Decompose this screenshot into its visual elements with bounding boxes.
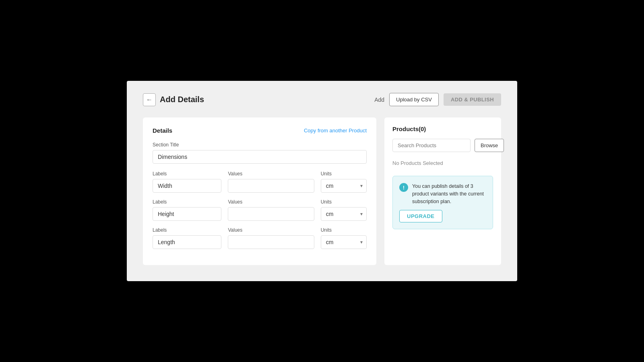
row-length: Labels Values Units cm mm in ft <box>153 227 367 249</box>
field-units-length: Units cm mm in ft ▾ <box>321 227 367 249</box>
units-header-1: Units <box>321 171 367 177</box>
products-title: Products(0) <box>392 125 493 132</box>
page-title: Add Details <box>160 95 204 104</box>
upload-csv-button[interactable]: Upload by CSV <box>389 93 439 106</box>
search-products-input[interactable] <box>392 139 471 152</box>
units-header-2: Units <box>321 199 367 205</box>
upgrade-button[interactable]: UPGRADE <box>399 210 442 222</box>
row-width: Labels Values Units cm mm in ft <box>153 171 367 193</box>
label-input-width[interactable] <box>153 179 221 193</box>
details-panel: Details Copy from another Product Sectio… <box>143 117 376 265</box>
app-container: ← Add Details Add Upload by CSV ADD & PU… <box>127 81 517 281</box>
label-input-height[interactable] <box>153 207 221 221</box>
back-arrow-icon: ← <box>146 96 153 103</box>
add-label: Add <box>374 97 384 103</box>
field-labels-height: Labels <box>153 199 221 221</box>
search-browse-row: Browse <box>392 139 493 152</box>
no-products-text: No Products Selected <box>392 158 493 169</box>
units-select-height[interactable]: cm mm in ft <box>321 207 367 221</box>
info-icon: ! <box>399 183 408 192</box>
value-input-length[interactable] <box>228 235 314 249</box>
units-select-wrap-width: cm mm in ft ▾ <box>321 179 367 193</box>
main-layout: Details Copy from another Product Sectio… <box>143 117 501 265</box>
field-units-width: Units cm mm in ft ▾ <box>321 171 367 193</box>
back-button[interactable]: ← <box>143 93 156 106</box>
section-title-group: Section Title <box>153 142 367 164</box>
field-labels-length: Labels <box>153 227 221 249</box>
page-header: ← Add Details Add Upload by CSV ADD & PU… <box>143 93 501 106</box>
field-values-width: Values <box>228 171 314 193</box>
units-select-length[interactable]: cm mm in ft <box>321 235 367 249</box>
units-select-wrap-length: cm mm in ft ▾ <box>321 235 367 249</box>
labels-header-1: Labels <box>153 171 221 177</box>
value-input-height[interactable] <box>228 207 314 221</box>
copy-from-product-link[interactable]: Copy from another Product <box>304 128 367 134</box>
header-right: Add Upload by CSV ADD & PUBLISH <box>374 93 501 106</box>
labels-header-2: Labels <box>153 199 221 205</box>
value-input-width[interactable] <box>228 179 314 193</box>
upgrade-banner: ! You can publish details of 3 product v… <box>392 176 493 229</box>
field-values-height: Values <box>228 199 314 221</box>
units-header-3: Units <box>321 227 367 233</box>
section-title-label: Section Title <box>153 142 367 148</box>
upgrade-content: ! You can publish details of 3 product v… <box>399 183 486 205</box>
field-units-height: Units cm mm in ft ▾ <box>321 199 367 221</box>
units-select-width[interactable]: cm mm in ft <box>321 179 367 193</box>
values-header-3: Values <box>228 227 314 233</box>
values-header-2: Values <box>228 199 314 205</box>
products-panel: Products(0) Browse No Products Selected … <box>384 117 501 265</box>
details-header: Details Copy from another Product <box>153 127 367 134</box>
add-publish-button[interactable]: ADD & PUBLISH <box>444 93 501 106</box>
details-title: Details <box>153 127 172 134</box>
row-height: Labels Values Units cm mm in ft <box>153 199 367 221</box>
upgrade-text: You can publish details of 3 product var… <box>412 183 486 205</box>
field-values-length: Values <box>228 227 314 249</box>
field-labels-width: Labels <box>153 171 221 193</box>
label-input-length[interactable] <box>153 235 221 249</box>
values-header-1: Values <box>228 171 314 177</box>
section-title-input[interactable] <box>153 150 367 164</box>
browse-button[interactable]: Browse <box>475 139 504 152</box>
units-select-wrap-height: cm mm in ft ▾ <box>321 207 367 221</box>
labels-header-3: Labels <box>153 227 221 233</box>
header-left: ← Add Details <box>143 93 204 106</box>
